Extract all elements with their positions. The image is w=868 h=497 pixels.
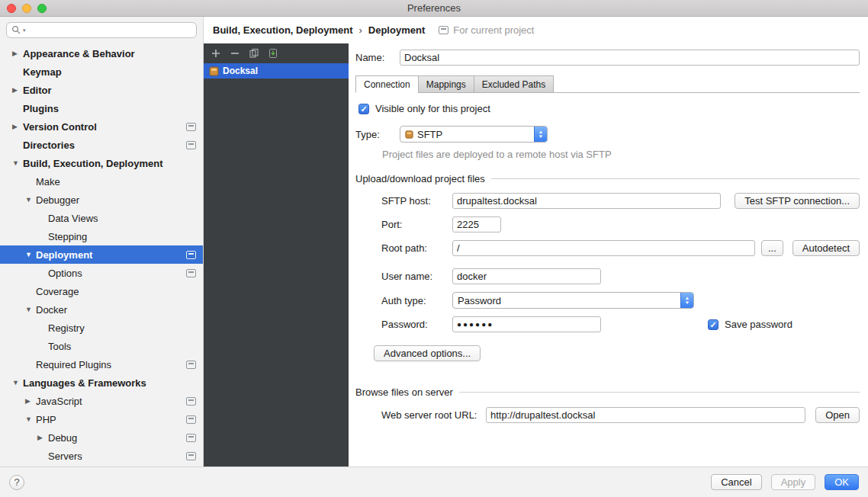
- project-scope-icon: [186, 434, 196, 442]
- sidebar-item-directories[interactable]: Directories: [0, 136, 203, 154]
- preferences-window: Preferences ▾ ▶ Appearance & Behavior Ke…: [0, 0, 868, 497]
- breadcrumb-section[interactable]: Build, Execution, Deployment: [213, 24, 352, 36]
- password-row: Password: ✓ Save password: [381, 316, 860, 332]
- chevron-down-icon: ▼: [25, 306, 36, 313]
- name-input[interactable]: [400, 50, 860, 66]
- cancel-button[interactable]: Cancel: [711, 474, 761, 490]
- sidebar-item-tools[interactable]: Tools: [0, 337, 203, 355]
- sidebar-item-php[interactable]: ▼ PHP: [0, 410, 203, 428]
- breadcrumb: Build, Execution, Deployment › Deploymen…: [204, 17, 868, 43]
- sidebar-item-label: PHP: [36, 414, 56, 425]
- save-password-row: ✓ Save password: [708, 319, 792, 330]
- sidebar-item-label: JavaScript: [36, 396, 82, 407]
- window-title: Preferences: [0, 2, 868, 14]
- sidebar-item-label: Make: [36, 176, 60, 188]
- sidebar-item-plugins[interactable]: Plugins: [0, 99, 203, 117]
- sidebar-item-debug[interactable]: ▶ Debug: [0, 428, 203, 447]
- advanced-options-button[interactable]: Advanced options...: [374, 345, 481, 361]
- sidebar-item-languages-frameworks[interactable]: ▼ Languages & Frameworks: [0, 374, 203, 392]
- sidebar-item-deployment[interactable]: ▼ Deployment: [0, 245, 203, 264]
- sidebar-item-label: Options: [48, 268, 82, 279]
- sidebar-item-registry[interactable]: Registry: [0, 319, 203, 337]
- copy-server-button[interactable]: [249, 48, 259, 59]
- sidebar-item-label: Version Control: [23, 121, 97, 133]
- search-input[interactable]: ▾: [6, 22, 197, 38]
- ok-button[interactable]: OK: [825, 474, 859, 490]
- sidebar-item-options[interactable]: Options: [0, 264, 203, 282]
- password-input[interactable]: [452, 316, 601, 332]
- sftp-host-input[interactable]: [452, 193, 721, 209]
- root-path-input[interactable]: [452, 240, 755, 256]
- port-label: Port:: [381, 219, 447, 230]
- minus-icon: [230, 48, 240, 59]
- chevron-down-icon: ▼: [25, 196, 36, 204]
- sidebar-item-data-views[interactable]: Data Views: [0, 209, 203, 227]
- search-caret-icon: ▾: [23, 27, 26, 34]
- auth-type-value: Password: [458, 295, 501, 306]
- user-name-input[interactable]: [452, 268, 601, 284]
- upload-section-header: Upload/download project files: [355, 173, 860, 184]
- server-list-item-docksal[interactable]: Docksal: [204, 63, 349, 79]
- type-select[interactable]: SFTP ▲ ▼: [400, 126, 548, 143]
- chevron-down-icon: ▼: [12, 159, 23, 167]
- port-row: Port:: [381, 216, 860, 232]
- save-password-label: Save password: [725, 319, 792, 330]
- tab-mappings[interactable]: Mappings: [418, 75, 474, 93]
- name-row: Name:: [355, 50, 860, 66]
- sidebar-item-label: Tools: [48, 341, 71, 352]
- sftp-host-label: SFTP host:: [381, 195, 447, 207]
- chevron-right-icon: ▶: [12, 123, 23, 130]
- sidebar-item-keymap[interactable]: Keymap: [0, 63, 203, 81]
- apply-button[interactable]: Apply: [771, 474, 816, 490]
- remove-server-button[interactable]: [230, 48, 240, 59]
- type-row: Type: SFTP ▲ ▼: [355, 126, 860, 143]
- sidebar-item-required-plugins[interactable]: Required Plugins: [0, 355, 203, 374]
- sidebar-item-version-control[interactable]: ▶ Version Control: [0, 117, 203, 136]
- sidebar-item-make[interactable]: Make: [0, 172, 203, 191]
- sidebar-item-javascript[interactable]: ▶ JavaScript: [0, 392, 203, 410]
- sidebar-item-editor[interactable]: ▶ Editor: [0, 81, 203, 99]
- type-hint: Project files are deployed to a remote h…: [382, 149, 860, 160]
- browse-root-path-button[interactable]: ...: [761, 240, 783, 256]
- web-root-input[interactable]: [486, 407, 805, 423]
- visible-only-checkbox[interactable]: ✓: [358, 104, 369, 114]
- test-sftp-connection-button[interactable]: Test SFTP connection...: [735, 193, 860, 209]
- sftp-type-icon: [405, 130, 413, 139]
- tab-excluded-paths[interactable]: Excluded Paths: [474, 75, 554, 93]
- save-password-checkbox[interactable]: ✓: [708, 319, 719, 330]
- sidebar-item-label: Directories: [23, 139, 75, 151]
- sidebar-item-coverage[interactable]: Coverage: [0, 282, 203, 300]
- minimize-button[interactable]: [22, 4, 31, 13]
- open-button[interactable]: Open: [815, 407, 860, 423]
- sidebar-item-stepping[interactable]: Stepping: [0, 227, 203, 245]
- type-value: SFTP: [417, 129, 442, 140]
- sidebar-item-label: Plugins: [23, 103, 59, 114]
- name-label: Name:: [355, 52, 400, 63]
- import-server-button[interactable]: [268, 48, 278, 59]
- sidebar-item-build-execution-deployment[interactable]: ▼ Build, Execution, Deployment: [0, 154, 203, 172]
- auth-type-select[interactable]: Password ▲ ▼: [452, 292, 694, 309]
- chevron-right-icon: ▶: [12, 50, 23, 57]
- import-icon: [268, 48, 278, 59]
- autodetect-button[interactable]: Autodetect: [792, 240, 860, 256]
- connection-tab-panel: ✓ Visible only for this project Type: SF…: [355, 93, 860, 423]
- close-button[interactable]: [7, 4, 16, 13]
- sidebar-item-label: Debug: [48, 432, 77, 444]
- add-server-button[interactable]: [211, 48, 221, 59]
- sidebar-item-appearance-behavior[interactable]: ▶ Appearance & Behavior: [0, 44, 203, 63]
- sidebar-item-servers[interactable]: Servers: [0, 447, 203, 465]
- sidebar-item-docker[interactable]: ▼ Docker: [0, 300, 203, 319]
- sidebar-item-label: Appearance & Behavior: [23, 48, 135, 59]
- chevron-down-icon: ▼: [25, 415, 36, 423]
- zoom-button[interactable]: [37, 4, 47, 13]
- section-divider: [459, 392, 860, 393]
- project-scope-icon: [439, 26, 448, 34]
- server-list-panel: Docksal: [204, 43, 349, 467]
- sidebar-item-debugger[interactable]: ▼ Debugger: [0, 191, 203, 209]
- help-button[interactable]: ?: [9, 475, 24, 490]
- upload-section-title: Upload/download project files: [355, 173, 485, 184]
- tab-connection[interactable]: Connection: [355, 75, 419, 93]
- port-input[interactable]: [452, 216, 501, 232]
- tab-bar: Connection Mappings Excluded Paths: [355, 75, 860, 93]
- user-name-label: User name:: [381, 271, 447, 282]
